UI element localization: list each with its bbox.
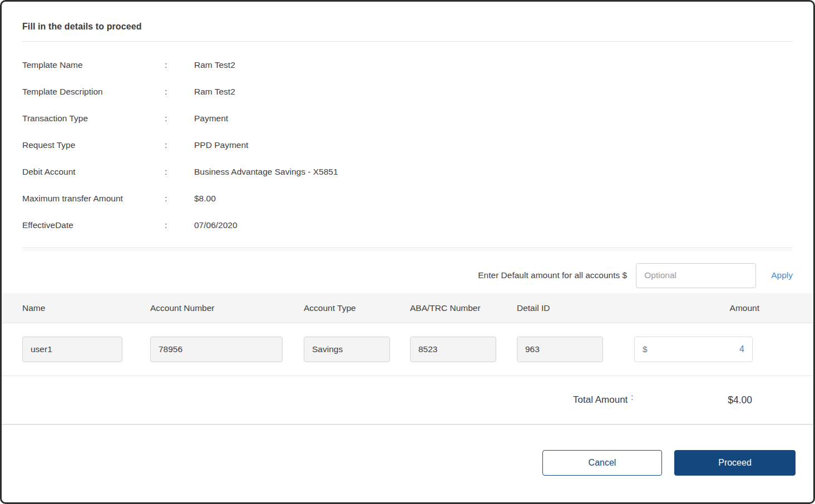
payment-details-card: Fill in the details to proceed Template …: [0, 0, 815, 504]
detail-label: Maximum transfer Amount: [22, 194, 165, 204]
detail-colon: :: [165, 60, 194, 70]
detail-id-field[interactable]: [517, 337, 603, 362]
account-number-field[interactable]: [150, 337, 283, 362]
detail-colon: :: [165, 140, 194, 150]
default-amount-label: Enter Default amount for all accounts $: [478, 270, 627, 280]
amount-input[interactable]: [648, 344, 744, 354]
detail-row-effective-date: EffectiveDate : 07/06/2020: [22, 212, 793, 239]
detail-value: Business Advantage Savings - X5851: [194, 167, 793, 177]
detail-value: PPD Payment: [194, 140, 793, 150]
detail-value: Payment: [194, 113, 793, 123]
proceed-button[interactable]: Proceed: [674, 450, 796, 476]
total-amount-label: Total Amount: [573, 394, 628, 406]
details-list: Template Name : Ram Test2 Template Descr…: [22, 42, 793, 239]
detail-label: Template Name: [22, 60, 165, 70]
footer-actions: Cancel Proceed: [2, 425, 813, 476]
detail-colon: :: [165, 113, 194, 123]
column-header-account-number: Account Number: [150, 303, 304, 313]
default-amount-input[interactable]: [636, 263, 756, 288]
detail-value: Ram Test2: [194, 87, 793, 97]
amount-input-wrap: $: [634, 337, 753, 362]
detail-label: Template Description: [22, 87, 165, 97]
detail-label: EffectiveDate: [22, 220, 165, 230]
account-type-field[interactable]: [304, 337, 390, 362]
table-header: Name Account Number Account Type ABA/TRC…: [2, 293, 813, 323]
accounts-table: Name Account Number Account Type ABA/TRC…: [2, 293, 813, 425]
detail-row-template-name: Template Name : Ram Test2: [22, 52, 793, 78]
total-amount-colon: :: [631, 393, 633, 402]
detail-value: $8.00: [194, 194, 793, 204]
detail-colon: :: [165, 167, 194, 177]
details-bottom-divider: [22, 248, 793, 248]
detail-row-request-type: Request Type : PPD Payment: [22, 132, 793, 159]
details-section: Fill in the details to proceed Template …: [2, 2, 813, 250]
detail-row-transaction-type: Transaction Type : Payment: [22, 105, 793, 132]
detail-colon: :: [165, 194, 194, 204]
default-amount-row: Enter Default amount for all accounts $ …: [2, 250, 813, 290]
column-header-detail-id: Detail ID: [517, 303, 634, 313]
page-title: Fill in the details to proceed: [22, 2, 793, 32]
cancel-button[interactable]: Cancel: [542, 450, 662, 476]
total-amount-value: $4.00: [728, 394, 752, 406]
column-header-aba-trc-number: ABA/TRC Number: [410, 303, 517, 313]
detail-label: Request Type: [22, 140, 165, 150]
detail-colon: :: [165, 87, 194, 97]
name-field[interactable]: [22, 337, 122, 362]
currency-symbol: $: [643, 344, 648, 354]
detail-row-template-description: Template Description : Ram Test2: [22, 78, 793, 105]
column-header-name: Name: [22, 303, 150, 313]
apply-link[interactable]: Apply: [771, 270, 793, 280]
detail-row-debit-account: Debit Account : Business Advantage Savin…: [22, 159, 793, 185]
column-header-amount: Amount: [634, 303, 796, 313]
detail-label: Transaction Type: [22, 113, 165, 123]
detail-row-maximum-transfer-amount: Maximum transfer Amount : $8.00: [22, 185, 793, 212]
total-row: Total Amount : $4.00: [2, 376, 813, 424]
aba-trc-number-field[interactable]: [410, 337, 496, 362]
amount-cell: $: [634, 337, 796, 362]
detail-label: Debit Account: [22, 167, 165, 177]
table-row: $: [2, 323, 813, 375]
detail-value: Ram Test2: [194, 60, 793, 70]
column-header-account-type: Account Type: [304, 303, 410, 313]
detail-colon: :: [165, 220, 194, 230]
detail-value: 07/06/2020: [194, 220, 793, 230]
